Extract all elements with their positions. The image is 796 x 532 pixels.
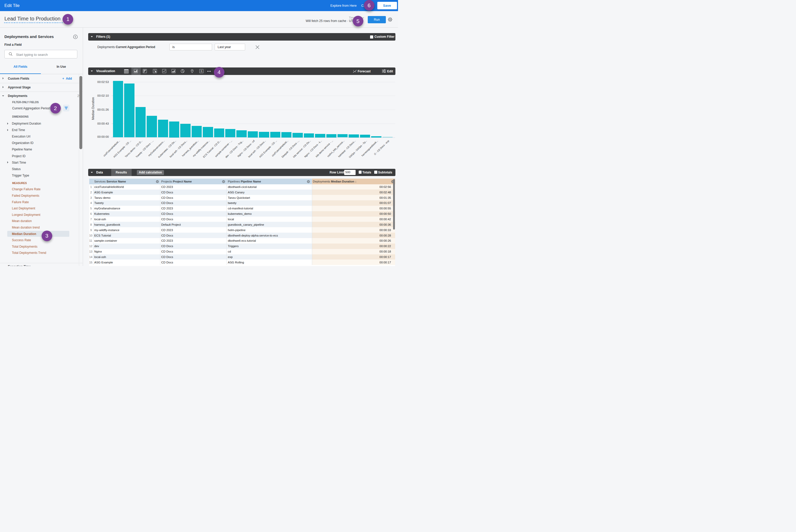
- svg-text:6: 6: [200, 70, 202, 73]
